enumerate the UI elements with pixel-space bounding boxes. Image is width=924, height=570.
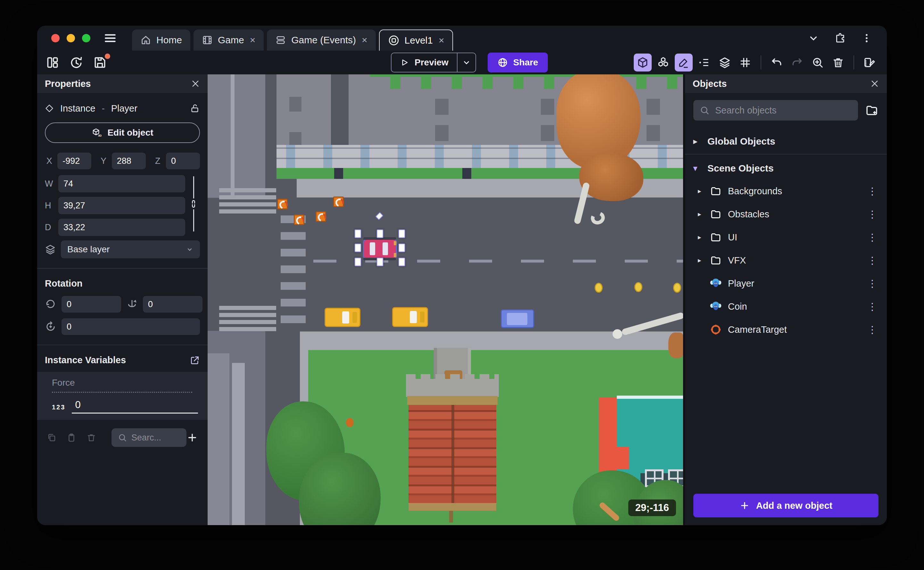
- resize-handle[interactable]: [355, 230, 361, 238]
- blue-car[interactable]: [501, 310, 534, 328]
- redo-button[interactable]: [788, 54, 806, 72]
- delete-button[interactable]: [829, 54, 847, 72]
- resize-handle[interactable]: [399, 230, 405, 238]
- variables-search-input[interactable]: [131, 433, 179, 443]
- main-menu-button[interactable]: [103, 31, 117, 45]
- object-folder-obstacles[interactable]: ▸ Obstacles ⋮: [693, 202, 878, 226]
- lock-ratio-toggle[interactable]: [188, 176, 199, 231]
- object-coin[interactable]: Coin ⋮: [693, 295, 878, 318]
- share-button[interactable]: Share: [488, 52, 548, 72]
- undo-button[interactable]: [768, 54, 786, 72]
- zoom-in-button[interactable]: [809, 54, 826, 72]
- object-player[interactable]: Player ⋮: [693, 272, 878, 295]
- taxi-car[interactable]: [392, 307, 428, 327]
- add-variable-button[interactable]: [186, 432, 198, 443]
- h-label: H: [45, 201, 55, 211]
- tab-close-icon[interactable]: ×: [362, 35, 368, 45]
- scene-objects-group[interactable]: ▾ Scene Objects: [693, 157, 878, 179]
- maximize-window-button[interactable]: [82, 34, 90, 42]
- tab-close-icon[interactable]: ×: [438, 35, 444, 45]
- paste-icon[interactable]: [67, 433, 76, 443]
- history-button[interactable]: [69, 55, 83, 70]
- object-folder-vfx[interactable]: ▸ VFX ⋮: [693, 249, 878, 272]
- edit-object-button[interactable]: 3D Edit object: [45, 123, 200, 143]
- building-wing: [276, 74, 331, 145]
- objects-search[interactable]: [693, 100, 858, 121]
- resize-handle[interactable]: [355, 244, 361, 252]
- coin-instance[interactable]: [634, 282, 642, 292]
- crate-obstacle[interactable]: [277, 199, 288, 209]
- extensions-puzzle-icon[interactable]: [834, 32, 846, 44]
- object-camera-target[interactable]: CameraTarget ⋮: [693, 318, 878, 341]
- height-input[interactable]: [58, 197, 185, 214]
- minimize-window-button[interactable]: [67, 34, 75, 42]
- crate-obstacle[interactable]: [333, 196, 344, 207]
- rotation-x-input[interactable]: [61, 296, 121, 313]
- close-icon[interactable]: [191, 79, 200, 88]
- close-window-button[interactable]: [51, 34, 60, 42]
- grid-button[interactable]: [736, 54, 754, 72]
- kebab-menu-icon[interactable]: ⋮: [867, 208, 878, 220]
- panels-layout-button[interactable]: [46, 55, 60, 70]
- depth-input[interactable]: [58, 219, 185, 236]
- rotation-y-input[interactable]: [143, 296, 203, 313]
- rotation-handle[interactable]: [375, 212, 383, 220]
- x-input[interactable]: [57, 153, 91, 169]
- variable-value-input[interactable]: [72, 399, 198, 412]
- preview-options-button[interactable]: [458, 58, 475, 67]
- add-folder-icon[interactable]: [865, 104, 878, 117]
- save-button[interactable]: [93, 55, 107, 70]
- kebab-menu-icon[interactable]: ⋮: [867, 277, 878, 290]
- brick-tower[interactable]: [406, 348, 499, 522]
- close-icon[interactable]: [870, 79, 879, 88]
- resize-handle[interactable]: [376, 230, 383, 238]
- kebab-menu-icon[interactable]: [861, 33, 872, 44]
- global-objects-group[interactable]: ▸ Global Objects: [693, 130, 878, 153]
- kebab-menu-icon[interactable]: ⋮: [867, 254, 878, 267]
- variable-name[interactable]: Force: [52, 378, 192, 393]
- add-new-object-button[interactable]: Add a new object: [693, 494, 878, 518]
- lock-open-icon[interactable]: [190, 103, 200, 113]
- resize-handle[interactable]: [376, 258, 383, 267]
- preview-button[interactable]: Preview: [391, 57, 457, 67]
- object-folder-backgrounds[interactable]: ▸ Backgrounds ⋮: [693, 179, 878, 202]
- tab-game[interactable]: Game ×: [194, 29, 264, 51]
- variables-search[interactable]: [111, 428, 186, 447]
- crate-obstacle[interactable]: [294, 215, 304, 225]
- tab-game-events[interactable]: Game (Events) ×: [267, 29, 376, 51]
- objects-search-input[interactable]: [715, 105, 852, 116]
- kebab-menu-icon[interactable]: ⋮: [867, 185, 878, 197]
- edit-scene-properties-button[interactable]: [861, 54, 878, 72]
- kebab-menu-icon[interactable]: ⋮: [867, 301, 878, 313]
- taxi-car[interactable]: [325, 308, 360, 327]
- kebab-menu-icon[interactable]: ⋮: [867, 231, 878, 243]
- trash-icon[interactable]: [87, 433, 96, 443]
- layer-select[interactable]: Base layer: [61, 241, 200, 258]
- edit-mode-pencil-button[interactable]: [675, 54, 693, 72]
- rotation-z-input[interactable]: [61, 318, 200, 335]
- width-input[interactable]: [58, 175, 185, 192]
- resize-handle[interactable]: [399, 244, 405, 252]
- open-variables-editor-icon[interactable]: [190, 355, 200, 365]
- y-input[interactable]: [112, 153, 146, 169]
- chevron-down-icon[interactable]: [808, 33, 819, 44]
- play-icon: [400, 58, 409, 67]
- tab-close-icon[interactable]: ×: [250, 35, 256, 45]
- kebab-menu-icon[interactable]: ⋮: [867, 324, 878, 336]
- 3d-view-button[interactable]: [634, 54, 652, 72]
- copy-icon[interactable]: [47, 433, 57, 443]
- variable-row[interactable]: Force 123: [37, 372, 208, 420]
- tab-home[interactable]: Home: [132, 29, 190, 51]
- tab-level1[interactable]: Level1 ×: [379, 29, 454, 51]
- resize-handle[interactable]: [355, 258, 361, 267]
- scene-canvas[interactable]: 29;-116: [208, 74, 683, 525]
- objects-blocks-button[interactable]: [654, 54, 672, 72]
- resize-handle[interactable]: [399, 258, 405, 267]
- crate-obstacle[interactable]: [316, 211, 326, 222]
- layers-button[interactable]: [716, 54, 734, 72]
- coin-instance[interactable]: [595, 283, 603, 293]
- z-input[interactable]: [166, 153, 200, 169]
- object-folder-ui[interactable]: ▸ UI ⋮: [693, 226, 878, 249]
- coin-instance[interactable]: [673, 283, 681, 293]
- instances-list-button[interactable]: [695, 54, 713, 72]
